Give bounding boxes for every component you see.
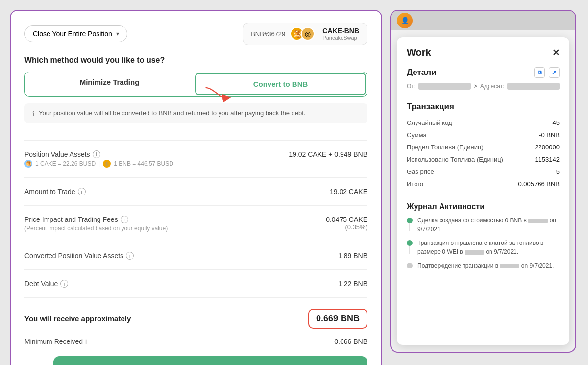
divider-4	[24, 242, 368, 242]
close-position-button[interactable]: Close Position	[53, 356, 368, 365]
tx-row-2: Предел Топлива (Единиц) 2200000	[407, 141, 560, 153]
tx-label-0: Случайный код	[407, 119, 452, 126]
debt-value: 1.22 BNB	[338, 280, 368, 288]
price-impact-sublabel: (Percent impact calculated based on your…	[24, 225, 168, 232]
activity-item-2: Подтверждение транзакции в on 9/7/2021.	[407, 261, 560, 270]
outer-wrapper: Close Your Entire Position ▾ BNB#36729 🥞…	[0, 0, 588, 365]
to-label: Адресат:	[480, 83, 505, 90]
right-panel: 👤 Work ✕ Детали ⧉ ↗ От: > Адресат:	[390, 10, 576, 353]
from-to-row: От: > Адресат:	[407, 83, 560, 90]
red-arrow-icon	[202, 83, 231, 103]
tab-minimize-trading[interactable]: Minimize Trading	[25, 72, 194, 96]
price-impact-label: Price Impact and Trading Fees i	[24, 216, 168, 223]
tx-label-5: Итого	[407, 180, 423, 188]
debt-label: Debt Value i	[24, 280, 68, 288]
cake-icon-small: 🥞	[24, 160, 32, 168]
divider-5	[24, 269, 368, 270]
activity-section-title: Журнал Активности	[407, 202, 560, 211]
min-received-value: 0.666 BNB	[334, 338, 368, 345]
method-tabs: Minimize Trading Convert to BNB	[24, 72, 368, 97]
tx-label-1: Сумма	[407, 131, 427, 139]
activity-item-0: Сделка создана со стоимостью 0 BNB в on …	[407, 216, 560, 234]
pair-dex: PancakeSwap	[322, 35, 359, 41]
details-section-title: Детали ⧉ ↗	[407, 67, 560, 78]
divider-1	[24, 140, 368, 141]
right-top-bar: 👤	[391, 11, 575, 30]
price-impact-percent: (0.35%)	[345, 223, 368, 231]
activity-dot-2	[407, 263, 413, 268]
data-row-price-impact: Price Impact and Trading Fees i (Percent…	[24, 211, 368, 237]
divider-6	[24, 297, 368, 298]
activity-text-1: Транзакция отправлена с платой за топлив…	[417, 239, 560, 256]
external-link-icon[interactable]: ↗	[549, 67, 560, 78]
position-dropdown[interactable]: Close Your Entire Position ▾	[24, 25, 127, 42]
price-impact-value-block: 0.0475 CAKE (0.35%)	[326, 216, 368, 231]
chevron-down-icon: ▾	[116, 30, 119, 37]
info-icon-price-impact[interactable]: i	[121, 216, 128, 223]
to-address-bar	[507, 83, 560, 90]
info-icon-min-received[interactable]: i	[85, 338, 87, 345]
tx-value-5: 0.005766 BNB	[518, 180, 560, 188]
info-icon-position-value[interactable]: i	[93, 150, 100, 158]
transaction-section-title: Транзакция	[407, 102, 560, 112]
pair-name-block: CAKE-BNB PancakeSwap	[322, 27, 359, 41]
method-question: Which method would you like to use?	[24, 56, 368, 65]
activity-text-2: Подтверждение транзакции в on 9/7/2021.	[417, 261, 554, 270]
divider-2	[24, 177, 368, 178]
avatar: 👤	[397, 13, 413, 28]
arrow-right-icon: >	[474, 83, 477, 90]
tx-row-3: Использовано Топлива (Единиц) 1153142	[407, 153, 560, 166]
pair-badge: BNB#36729 🥞 ◎ CAKE-BNB PancakeSwap	[243, 23, 368, 45]
modal-divider-2	[407, 195, 560, 195]
will-receive-label: You will receive approximately	[24, 315, 131, 323]
info-icon-debt[interactable]: i	[60, 280, 68, 288]
arrow-annotation	[202, 83, 231, 103]
activity-line-0	[409, 223, 410, 231]
amount-trade-value: 19.02 CAKE	[330, 188, 368, 195]
tx-row-0: Случайный код 45	[407, 117, 560, 129]
tx-value-0: 45	[553, 119, 560, 126]
activity-item-1: Транзакция отправлена с платой за топлив…	[407, 239, 560, 256]
tx-value-1: -0 BNB	[539, 131, 560, 139]
tx-row-5: Итого 0.005766 BNB	[407, 178, 560, 190]
tx-row-1: Сумма -0 BNB	[407, 129, 560, 141]
left-panel: Close Your Entire Position ▾ BNB#36729 🥞…	[10, 10, 382, 365]
copy-icon[interactable]: ⧉	[534, 67, 545, 78]
position-value-amount: 19.02 CAKE + 0.949 BNB	[289, 150, 368, 158]
details-icons: ⧉ ↗	[534, 67, 560, 78]
activity-dot-0	[407, 218, 413, 223]
tx-value-2: 2200000	[535, 144, 560, 151]
position-dropdown-label: Close Your Entire Position	[33, 30, 112, 38]
activity-dot-col-2	[407, 261, 413, 268]
modal-divider-1	[407, 97, 560, 97]
bnb-icon-small: ◎	[103, 160, 111, 168]
activity-log: Сделка создана со стоимостью 0 BNB в on …	[407, 216, 560, 270]
transaction-rows: Случайный код 45 Сумма -0 BNB Предел Топ…	[407, 117, 560, 190]
tx-value-4: 5	[556, 168, 560, 175]
label-block-price-impact: Price Impact and Trading Fees i (Percent…	[24, 216, 168, 232]
activity-dot-1	[407, 240, 413, 246]
pair-icons: 🥞 ◎	[290, 27, 315, 41]
divider-3	[24, 205, 368, 206]
pair-id: BNB#36729	[251, 30, 285, 38]
info-circle-icon: ℹ	[32, 110, 35, 118]
close-icon[interactable]: ✕	[552, 48, 560, 58]
activity-line-1	[409, 246, 410, 254]
price-impact-value: 0.0475 CAKE	[326, 216, 368, 223]
position-value-sublabel: 🥞 1 CAKE = 22.26 BUSD | ◎ 1 BNB = 446.57…	[24, 160, 173, 168]
info-icon-amount-trade[interactable]: i	[78, 188, 86, 195]
tx-row-4: Gas price 5	[407, 166, 560, 178]
info-text: Your position value will all be converte…	[39, 109, 305, 117]
data-row-position-value: Position Value Assets i 🥞 1 CAKE = 22.26…	[24, 146, 368, 172]
amount-trade-label: Amount to Trade i	[24, 188, 86, 195]
info-icon-converted[interactable]: i	[126, 252, 134, 260]
position-value-label: Position Value Assets i	[24, 150, 173, 158]
bnb-token-icon: ◎	[301, 27, 315, 41]
redacted-address-1	[465, 250, 484, 255]
tx-label-2: Предел Топлива (Единиц)	[407, 144, 484, 151]
bottom-bar: < Back Close Position	[24, 356, 368, 365]
pair-name-main: CAKE-BNB	[322, 27, 359, 35]
redacted-address-0	[528, 219, 548, 223]
work-modal-title: Work	[407, 47, 431, 58]
data-row-debt: Debt Value i 1.22 BNB	[24, 275, 368, 292]
